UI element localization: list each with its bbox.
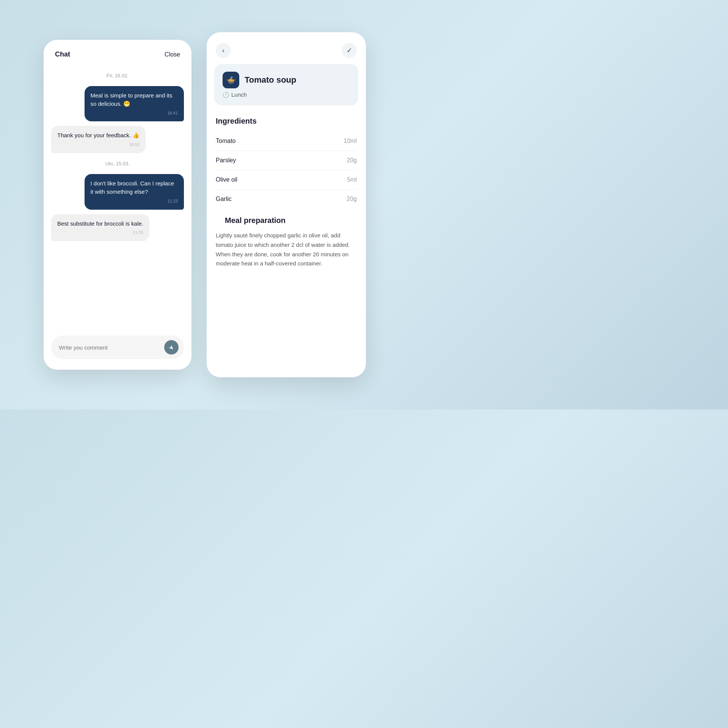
check-icon: ✓ [347,46,352,55]
message-text: Meal is simple to prepare and its so del… [91,92,173,107]
date-separator-2: Uto, 15.03. [51,161,184,166]
chat-close-button[interactable]: Close [165,51,180,58]
recipe-card: 🍲 Tomato soup 🕐 Lunch [214,64,358,105]
ingredient-amount: 20g [347,196,357,202]
chat-panel: Chat Close Fri, 26.02. Meal is simple to… [44,40,191,370]
recipe-title: Tomato soup [245,75,296,85]
preparation-text: Lightly sauté finely chopped garlic in o… [216,231,357,268]
message-bubble-sent-2: I don't like broccoli. Can I replace it … [85,174,184,209]
ingredient-amount: 10ml [344,138,357,144]
ingredient-name: Garlic [216,196,232,202]
clock-icon: 🕐 [223,92,229,98]
recipe-meal-type: 🕐 Lunch [223,91,350,98]
ingredient-row-parsley: Parsley 20g [216,151,357,170]
ingredient-row-tomato: Tomato 10ml [216,132,357,151]
back-button[interactable]: ‹ [216,43,231,58]
ingredients-section-title: Ingredients [207,113,366,132]
message-text: Thank you for your feedback. 👍 [57,132,140,138]
date-separator-1: Fri, 26.02. [51,73,184,78]
message-text: I don't like broccoli. Can I replace it … [91,180,174,195]
message-text: Best substitute for broccoli is kale. [57,220,143,227]
ingredients-list: Tomato 10ml Parsley 20g Olive oil 5ml Ga… [207,132,366,209]
message-time: 11:23 [91,198,178,204]
preparation-section-title: Meal preparation [216,212,357,231]
send-button[interactable]: ➤ [164,340,179,355]
chat-input-row: ➤ [51,336,184,359]
message-time: 16:52 [57,142,140,148]
ingredient-name: Olive oil [216,176,237,183]
message-bubble-received-2: Best substitute for broccoli is kale. 11… [51,214,149,242]
message-bubble-sent-1: Meal is simple to prepare and its so del… [85,86,184,121]
ingredient-name: Tomato [216,138,235,144]
recipe-food-icon: 🍲 [223,72,239,88]
ingredient-name: Parsley [216,157,236,164]
message-bubble-received-1: Thank you for your feedback. 👍 16:52 [51,126,146,153]
preparation-section: Meal preparation Lightly sauté finely ch… [207,209,366,268]
ingredient-amount: 20g [347,157,357,164]
message-time: 11:35 [57,230,143,236]
send-icon: ➤ [167,343,176,352]
chat-title: Chat [55,50,70,58]
ingredient-row-olive-oil: Olive oil 5ml [216,170,357,190]
chat-input-area: ➤ [44,329,191,370]
recipe-header-bar: ‹ ✓ [207,32,366,64]
meal-type-label: Lunch [231,91,247,98]
recipe-panel: ‹ ✓ 🍲 Tomato soup 🕐 Lunch Ingredients To… [207,32,366,377]
check-button[interactable]: ✓ [342,43,357,58]
recipe-title-row: 🍲 Tomato soup [223,72,350,88]
chat-messages: Fri, 26.02. Meal is simple to prepare an… [44,66,191,329]
food-emoji-icon: 🍲 [226,75,236,85]
chat-header: Chat Close [44,40,191,66]
ingredient-amount: 5ml [347,176,357,183]
message-time: 16:41 [91,110,178,116]
ingredient-row-garlic: Garlic 20g [216,190,357,209]
back-icon: ‹ [222,47,224,55]
chat-input[interactable] [59,344,160,351]
